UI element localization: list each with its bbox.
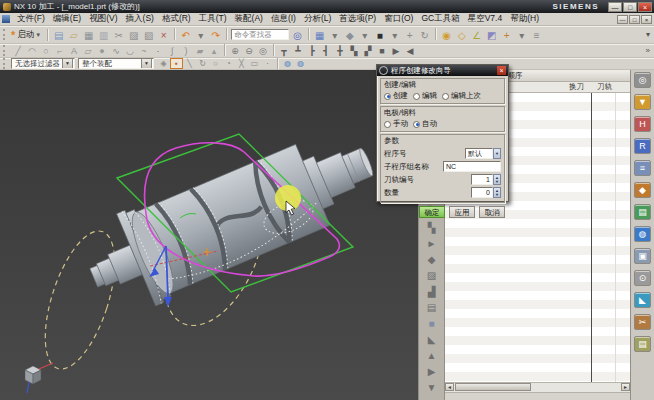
program-number-combo[interactable]: 默认 ▼ bbox=[465, 148, 501, 159]
zoom-in-icon[interactable]: ⊕ bbox=[228, 44, 242, 57]
window-maximize-button[interactable]: □ bbox=[623, 2, 637, 12]
scroll-right-icon[interactable]: ► bbox=[621, 383, 630, 391]
toolbar-overflow-button[interactable]: » bbox=[646, 46, 652, 55]
sweep-icon[interactable]: ∿ bbox=[109, 44, 123, 57]
toolpath-number-spinner[interactable]: 1 ▲▼ bbox=[471, 174, 501, 185]
menu-analysis[interactable]: 分析(L) bbox=[300, 13, 335, 25]
menu-plugin[interactable]: 星空V7.4 bbox=[464, 13, 507, 25]
move-object-icon[interactable]: ◩ bbox=[484, 28, 499, 42]
rotate-view-icon[interactable]: ↻ bbox=[417, 28, 432, 42]
constraint-navigator-tab[interactable]: ◆ bbox=[634, 182, 651, 198]
snap-rotate-icon[interactable]: ↻ bbox=[196, 58, 209, 69]
column-header-toolchange[interactable]: 换刀 bbox=[569, 82, 584, 92]
doc-minimize-button[interactable]: — bbox=[617, 15, 628, 24]
menu-insert[interactable]: 插入(S) bbox=[122, 13, 158, 25]
dashed-ellipse-left[interactable] bbox=[31, 223, 129, 377]
plane-icon[interactable]: ▱ bbox=[81, 44, 95, 57]
visual-reports-tab[interactable]: ◣ bbox=[634, 292, 651, 308]
redo-icon[interactable]: ↷ bbox=[208, 28, 223, 42]
copy-icon[interactable]: ▨ bbox=[126, 28, 141, 42]
window-close-button[interactable]: × bbox=[638, 2, 652, 12]
subprogram-name-input[interactable]: NC bbox=[443, 161, 501, 172]
arc-down-icon[interactable]: ◡ bbox=[123, 44, 137, 57]
radio-create[interactable]: 创建 bbox=[384, 91, 408, 101]
column-header-toolpath[interactable]: 刀轨 bbox=[597, 82, 612, 92]
tool-library-icon[interactable]: ▤ bbox=[423, 300, 440, 315]
wcs-icon[interactable]: + bbox=[499, 28, 514, 42]
spinner-arrows-icon[interactable]: ▲▼ bbox=[493, 174, 501, 185]
cam-create-method-icon[interactable]: ┫ bbox=[319, 44, 333, 57]
cam-machine-icon[interactable]: ■ bbox=[375, 44, 389, 57]
window-icon[interactable]: ▦ bbox=[312, 28, 327, 42]
doc-close-button[interactable]: × bbox=[641, 15, 652, 24]
radio-manual[interactable]: 手动 bbox=[384, 119, 408, 129]
menu-format[interactable]: 格式(R) bbox=[158, 13, 195, 25]
snap-face-icon[interactable]: ▭ bbox=[248, 58, 261, 69]
menu-preferences[interactable]: 首选项(P) bbox=[335, 13, 380, 25]
solid-icon[interactable]: ▰ bbox=[193, 44, 207, 57]
notes-tab[interactable]: ▤ bbox=[634, 336, 651, 352]
radio-auto[interactable]: 自动 bbox=[413, 119, 437, 129]
open-folder-icon[interactable]: ▱ bbox=[66, 28, 81, 42]
menu-gc-toolbox[interactable]: GC工具箱 bbox=[417, 13, 463, 25]
save-as-icon[interactable]: ▥ bbox=[96, 28, 111, 42]
toolbar-grip[interactable] bbox=[3, 29, 8, 40]
toolbar-grip[interactable] bbox=[3, 45, 8, 56]
cam-verify-icon[interactable]: ▞ bbox=[361, 44, 375, 57]
tilde-curve-icon[interactable]: ~ bbox=[137, 44, 151, 57]
delete-icon[interactable]: × bbox=[156, 28, 171, 42]
radio-edit-last[interactable]: 编辑上次 bbox=[442, 91, 481, 101]
menu-view[interactable]: 视图(V) bbox=[85, 13, 121, 25]
operation-navigator-tab[interactable]: ▤ bbox=[634, 204, 651, 220]
dialog-titlebar[interactable]: 程序创建修改向导 × bbox=[377, 65, 508, 76]
render-style-icon[interactable]: ■ bbox=[372, 28, 387, 42]
doc-restore-button[interactable]: □ bbox=[629, 15, 640, 24]
snap-intersection-icon[interactable]: ╳ bbox=[235, 58, 248, 69]
cam-create-tool-icon[interactable]: ┻ bbox=[291, 44, 305, 57]
apply-button[interactable]: 应用 bbox=[449, 206, 475, 218]
edit-toolpath-icon[interactable]: ◆ bbox=[423, 252, 440, 267]
pan-view-icon[interactable]: + bbox=[402, 28, 417, 42]
roles-tab[interactable]: ✂ bbox=[634, 314, 651, 330]
undo-icon[interactable]: ↶ bbox=[178, 28, 193, 42]
bridge-curve-icon[interactable]: ) bbox=[179, 44, 193, 57]
cam-shop-doc-icon[interactable]: ◀ bbox=[403, 44, 417, 57]
zoom-icon[interactable]: ◎ bbox=[256, 44, 270, 57]
snap-point-icon[interactable]: ◉ bbox=[439, 28, 454, 42]
spline-icon[interactable]: ∫ bbox=[165, 44, 179, 57]
cam-post-icon[interactable]: ▶ bbox=[389, 44, 403, 57]
wcs-dropdown-icon[interactable]: ▾ bbox=[514, 28, 529, 42]
text-icon[interactable]: A bbox=[67, 44, 81, 57]
part-navigator-tab[interactable]: ≡ bbox=[634, 160, 651, 176]
cam-create-geometry-icon[interactable]: ┣ bbox=[305, 44, 319, 57]
dialog-close-button[interactable]: × bbox=[497, 66, 506, 75]
command-finder-input[interactable]: 命令查找器 bbox=[231, 29, 289, 40]
scrollbar-thumb[interactable] bbox=[455, 383, 531, 391]
mill-area-icon[interactable]: ▚ bbox=[423, 220, 440, 235]
assembly-globe-alt-icon[interactable]: ◍ bbox=[294, 58, 307, 69]
cut-levels-icon[interactable]: ▨ bbox=[423, 268, 440, 283]
snap-quadrant-icon[interactable]: ◔ bbox=[222, 58, 235, 69]
toolbar-overflow-button[interactable]: ▾ bbox=[646, 30, 652, 39]
selection-scope-combo[interactable]: 整个装配 ▼ bbox=[78, 58, 154, 69]
hd3d-tool-tab[interactable]: H bbox=[634, 116, 651, 132]
zoom-out-icon[interactable]: ⊖ bbox=[242, 44, 256, 57]
machine-navigator-tab[interactable]: ▣ bbox=[634, 248, 651, 264]
menu-file[interactable]: 文件(F) bbox=[13, 13, 49, 25]
generate-toolpath-icon[interactable]: ► bbox=[423, 236, 440, 251]
render-style-dropdown-icon[interactable]: ▾ bbox=[387, 28, 402, 42]
simulate-icon[interactable]: ■ bbox=[423, 316, 440, 331]
cam-create-operation-icon[interactable]: ╋ bbox=[333, 44, 347, 57]
new-file-icon[interactable]: ▤ bbox=[51, 28, 66, 42]
snap-enable-icon[interactable]: ▪ bbox=[170, 58, 183, 69]
assembly-navigator-tab[interactable]: ▼ bbox=[634, 94, 651, 110]
navigator-gear-icon[interactable]: ◎ bbox=[634, 72, 651, 88]
chevron-down-icon[interactable]: ▼ bbox=[493, 148, 501, 159]
start-menu-button[interactable]: * 启动 ▼ bbox=[11, 29, 42, 41]
snap-circle-icon[interactable]: ○ bbox=[209, 58, 222, 69]
navigator-hscrollbar[interactable]: ◄ ► bbox=[445, 382, 630, 392]
undo-dropdown-icon[interactable]: ▾ bbox=[193, 28, 208, 42]
scroll-left-icon[interactable]: ◄ bbox=[445, 383, 454, 391]
measure-icon[interactable]: ∠ bbox=[469, 28, 484, 42]
assembly-globe-icon[interactable]: ◍ bbox=[281, 58, 294, 69]
